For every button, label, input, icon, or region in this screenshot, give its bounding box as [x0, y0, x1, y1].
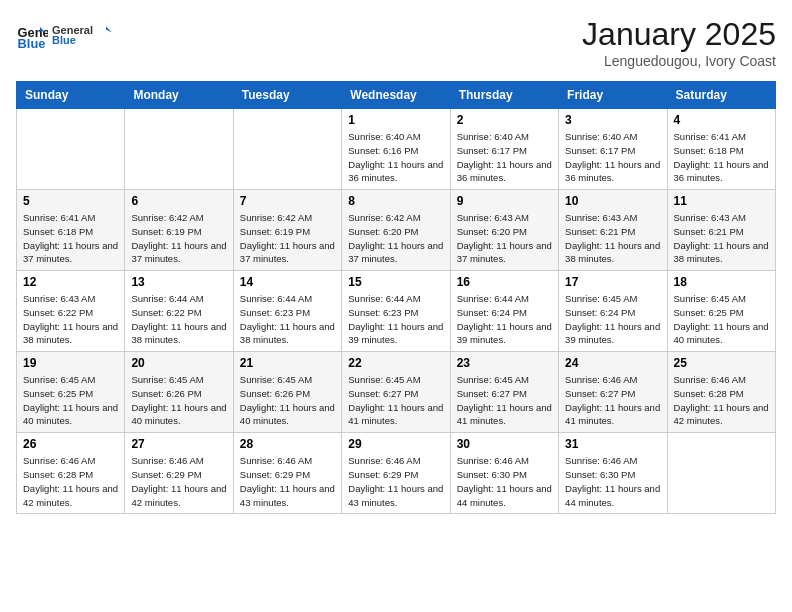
calendar-cell: 31Sunrise: 6:46 AM Sunset: 6:30 PM Dayli…	[559, 433, 667, 514]
day-info: Sunrise: 6:45 AM Sunset: 6:25 PM Dayligh…	[674, 292, 769, 347]
day-info: Sunrise: 6:41 AM Sunset: 6:18 PM Dayligh…	[674, 130, 769, 185]
day-info: Sunrise: 6:43 AM Sunset: 6:21 PM Dayligh…	[674, 211, 769, 266]
logo: General Blue General Blue	[16, 16, 112, 54]
day-number: 16	[457, 275, 552, 289]
svg-text:Blue: Blue	[52, 34, 76, 46]
day-number: 24	[565, 356, 660, 370]
day-number: 25	[674, 356, 769, 370]
calendar-dow-saturday: Saturday	[667, 82, 775, 109]
calendar-cell: 4Sunrise: 6:41 AM Sunset: 6:18 PM Daylig…	[667, 109, 775, 190]
calendar-week-row: 19Sunrise: 6:45 AM Sunset: 6:25 PM Dayli…	[17, 352, 776, 433]
day-number: 26	[23, 437, 118, 451]
month-title: January 2025	[582, 16, 776, 53]
calendar-cell	[17, 109, 125, 190]
day-info: Sunrise: 6:45 AM Sunset: 6:26 PM Dayligh…	[131, 373, 226, 428]
calendar-cell: 30Sunrise: 6:46 AM Sunset: 6:30 PM Dayli…	[450, 433, 558, 514]
day-info: Sunrise: 6:46 AM Sunset: 6:30 PM Dayligh…	[565, 454, 660, 509]
calendar-dow-monday: Monday	[125, 82, 233, 109]
day-number: 31	[565, 437, 660, 451]
day-number: 11	[674, 194, 769, 208]
day-info: Sunrise: 6:45 AM Sunset: 6:25 PM Dayligh…	[23, 373, 118, 428]
day-info: Sunrise: 6:46 AM Sunset: 6:28 PM Dayligh…	[23, 454, 118, 509]
calendar-week-row: 1Sunrise: 6:40 AM Sunset: 6:16 PM Daylig…	[17, 109, 776, 190]
calendar-cell: 2Sunrise: 6:40 AM Sunset: 6:17 PM Daylig…	[450, 109, 558, 190]
day-number: 8	[348, 194, 443, 208]
day-info: Sunrise: 6:44 AM Sunset: 6:23 PM Dayligh…	[348, 292, 443, 347]
day-info: Sunrise: 6:40 AM Sunset: 6:16 PM Dayligh…	[348, 130, 443, 185]
calendar-cell: 1Sunrise: 6:40 AM Sunset: 6:16 PM Daylig…	[342, 109, 450, 190]
day-info: Sunrise: 6:45 AM Sunset: 6:26 PM Dayligh…	[240, 373, 335, 428]
calendar-cell: 28Sunrise: 6:46 AM Sunset: 6:29 PM Dayli…	[233, 433, 341, 514]
day-info: Sunrise: 6:43 AM Sunset: 6:20 PM Dayligh…	[457, 211, 552, 266]
calendar-cell: 27Sunrise: 6:46 AM Sunset: 6:29 PM Dayli…	[125, 433, 233, 514]
day-number: 13	[131, 275, 226, 289]
day-number: 2	[457, 113, 552, 127]
calendar-header-row: SundayMondayTuesdayWednesdayThursdayFrid…	[17, 82, 776, 109]
calendar-cell: 3Sunrise: 6:40 AM Sunset: 6:17 PM Daylig…	[559, 109, 667, 190]
calendar-cell: 22Sunrise: 6:45 AM Sunset: 6:27 PM Dayli…	[342, 352, 450, 433]
day-info: Sunrise: 6:42 AM Sunset: 6:19 PM Dayligh…	[131, 211, 226, 266]
calendar-dow-thursday: Thursday	[450, 82, 558, 109]
calendar-week-row: 5Sunrise: 6:41 AM Sunset: 6:18 PM Daylig…	[17, 190, 776, 271]
calendar-cell: 26Sunrise: 6:46 AM Sunset: 6:28 PM Dayli…	[17, 433, 125, 514]
calendar-cell: 19Sunrise: 6:45 AM Sunset: 6:25 PM Dayli…	[17, 352, 125, 433]
day-info: Sunrise: 6:44 AM Sunset: 6:22 PM Dayligh…	[131, 292, 226, 347]
calendar-table: SundayMondayTuesdayWednesdayThursdayFrid…	[16, 81, 776, 514]
day-number: 6	[131, 194, 226, 208]
day-number: 20	[131, 356, 226, 370]
day-number: 4	[674, 113, 769, 127]
day-number: 22	[348, 356, 443, 370]
day-number: 18	[674, 275, 769, 289]
calendar-cell: 6Sunrise: 6:42 AM Sunset: 6:19 PM Daylig…	[125, 190, 233, 271]
calendar-cell	[667, 433, 775, 514]
day-info: Sunrise: 6:43 AM Sunset: 6:22 PM Dayligh…	[23, 292, 118, 347]
calendar-cell: 10Sunrise: 6:43 AM Sunset: 6:21 PM Dayli…	[559, 190, 667, 271]
calendar-dow-tuesday: Tuesday	[233, 82, 341, 109]
day-info: Sunrise: 6:46 AM Sunset: 6:29 PM Dayligh…	[240, 454, 335, 509]
calendar-cell: 23Sunrise: 6:45 AM Sunset: 6:27 PM Dayli…	[450, 352, 558, 433]
day-number: 28	[240, 437, 335, 451]
day-info: Sunrise: 6:42 AM Sunset: 6:20 PM Dayligh…	[348, 211, 443, 266]
calendar-cell: 24Sunrise: 6:46 AM Sunset: 6:27 PM Dayli…	[559, 352, 667, 433]
svg-marker-5	[106, 27, 112, 33]
day-number: 29	[348, 437, 443, 451]
calendar-cell: 17Sunrise: 6:45 AM Sunset: 6:24 PM Dayli…	[559, 271, 667, 352]
day-info: Sunrise: 6:46 AM Sunset: 6:28 PM Dayligh…	[674, 373, 769, 428]
calendar-dow-sunday: Sunday	[17, 82, 125, 109]
day-number: 30	[457, 437, 552, 451]
svg-text:Blue: Blue	[18, 36, 46, 51]
day-number: 10	[565, 194, 660, 208]
calendar-cell: 18Sunrise: 6:45 AM Sunset: 6:25 PM Dayli…	[667, 271, 775, 352]
day-info: Sunrise: 6:46 AM Sunset: 6:27 PM Dayligh…	[565, 373, 660, 428]
day-info: Sunrise: 6:45 AM Sunset: 6:27 PM Dayligh…	[348, 373, 443, 428]
calendar-week-row: 12Sunrise: 6:43 AM Sunset: 6:22 PM Dayli…	[17, 271, 776, 352]
day-info: Sunrise: 6:44 AM Sunset: 6:23 PM Dayligh…	[240, 292, 335, 347]
day-info: Sunrise: 6:40 AM Sunset: 6:17 PM Dayligh…	[457, 130, 552, 185]
day-info: Sunrise: 6:45 AM Sunset: 6:27 PM Dayligh…	[457, 373, 552, 428]
day-number: 12	[23, 275, 118, 289]
calendar-dow-wednesday: Wednesday	[342, 82, 450, 109]
day-number: 3	[565, 113, 660, 127]
calendar-cell: 5Sunrise: 6:41 AM Sunset: 6:18 PM Daylig…	[17, 190, 125, 271]
day-number: 1	[348, 113, 443, 127]
calendar-cell: 8Sunrise: 6:42 AM Sunset: 6:20 PM Daylig…	[342, 190, 450, 271]
day-info: Sunrise: 6:40 AM Sunset: 6:17 PM Dayligh…	[565, 130, 660, 185]
location: Lenguedougou, Ivory Coast	[582, 53, 776, 69]
calendar-cell	[125, 109, 233, 190]
logo-svg: General Blue	[52, 16, 112, 54]
calendar-cell: 21Sunrise: 6:45 AM Sunset: 6:26 PM Dayli…	[233, 352, 341, 433]
day-info: Sunrise: 6:45 AM Sunset: 6:24 PM Dayligh…	[565, 292, 660, 347]
logo-icon: General Blue	[16, 19, 48, 51]
calendar-cell: 7Sunrise: 6:42 AM Sunset: 6:19 PM Daylig…	[233, 190, 341, 271]
day-number: 7	[240, 194, 335, 208]
day-number: 19	[23, 356, 118, 370]
calendar-dow-friday: Friday	[559, 82, 667, 109]
day-number: 5	[23, 194, 118, 208]
day-number: 17	[565, 275, 660, 289]
calendar-cell: 12Sunrise: 6:43 AM Sunset: 6:22 PM Dayli…	[17, 271, 125, 352]
calendar-cell: 9Sunrise: 6:43 AM Sunset: 6:20 PM Daylig…	[450, 190, 558, 271]
day-info: Sunrise: 6:46 AM Sunset: 6:30 PM Dayligh…	[457, 454, 552, 509]
day-number: 15	[348, 275, 443, 289]
calendar-cell: 14Sunrise: 6:44 AM Sunset: 6:23 PM Dayli…	[233, 271, 341, 352]
calendar-cell: 25Sunrise: 6:46 AM Sunset: 6:28 PM Dayli…	[667, 352, 775, 433]
